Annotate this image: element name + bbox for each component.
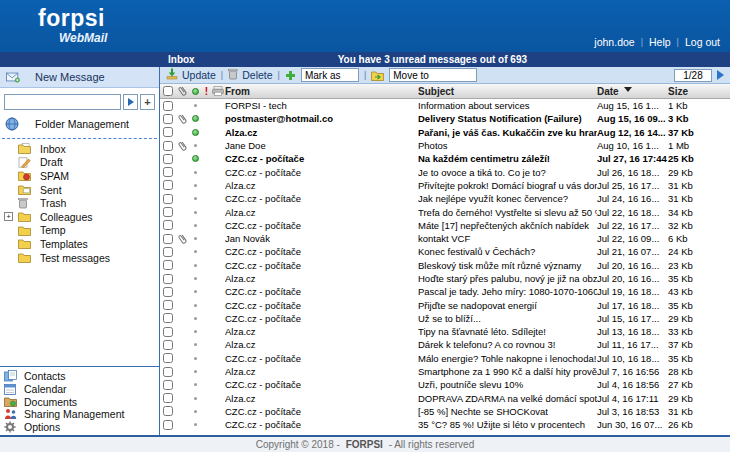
sidebar-folder-inbox[interactable]: Inbox [0,142,159,156]
sidebar-folder-colleagues[interactable]: +Colleagues [0,210,159,224]
row-checkbox[interactable] [163,101,173,111]
message-row[interactable]: CZC.cz - počítačeUzři, poutníče slevu 10… [160,378,730,391]
message-date: Aug 15, 16 09... [597,113,668,124]
date-column-header[interactable]: Date [597,86,668,97]
message-row[interactable]: CZC.cz - počítačeMálo energie? Tohle nak… [160,352,730,365]
header-link-john-doe[interactable]: john.doe [594,36,634,48]
row-checkbox[interactable] [163,353,173,363]
subject-column-header[interactable]: Subject [418,86,597,97]
update-button[interactable]: Update [166,68,216,82]
row-checkbox[interactable] [163,167,173,177]
message-row[interactable]: Alza.czPařani, je váš čas. Kukaččin zve … [160,126,730,139]
message-row[interactable]: CZC.cz - počítačePřijďte se nadopovat en… [160,298,730,311]
message-row[interactable]: Jan Novákkontakt VCFJul 22, 16 09...6 Kb [160,232,730,245]
sidebar-folder-temp[interactable]: Temp [0,224,159,238]
sidebar-item-documents[interactable]: Documents [0,395,159,408]
message-row[interactable]: Alza.czDOPRAVA ZDARMA na velké domácí sp… [160,392,730,405]
row-checkbox[interactable] [163,367,173,377]
message-row[interactable]: Alza.czHoďte starý přes palubu, nový je … [160,272,730,285]
status-column-icon[interactable] [189,88,202,95]
message-row[interactable]: CZC.cz - počítače35 °C? 85 %! Užijte si … [160,418,730,431]
row-checkbox[interactable] [163,234,173,244]
sidebar-folder-test-messages[interactable]: Test messages [0,251,159,265]
row-checkbox[interactable] [163,180,173,190]
sidebar-item-contacts[interactable]: Contacts [0,370,159,383]
sidebar-item-options[interactable]: Options [0,420,159,433]
select-all-checkbox[interactable] [163,86,173,96]
message-row[interactable]: Alza.czTipy na šťavnaté léto. Sdílejte!J… [160,325,730,338]
message-row[interactable]: CZC.cz - počítačeNa každém centimetru zá… [160,152,730,165]
message-subject: Je to ovoce a tiká to. Co je to? [418,167,597,178]
folder-search-input[interactable] [4,94,121,110]
sidebar-folder-templates[interactable]: Templates [0,237,159,251]
row-checkbox[interactable] [163,327,173,337]
message-row[interactable]: Jane DoePhotosAug 10, 16 1...1 Mb [160,139,730,152]
sidebar-item-calendar[interactable]: Calendar [0,383,159,396]
row-checkbox[interactable] [163,127,173,137]
message-row[interactable]: FORPSI - techInformation about servicesA… [160,99,730,112]
header-link-help[interactable]: Help [649,36,671,48]
folder-folder-icon [18,238,32,249]
globe-icon [5,117,19,131]
message-row[interactable]: Alza.czTrefa do černého! Vystřelte si sl… [160,205,730,218]
move-to-select[interactable]: Move to [389,68,477,82]
mark-as-select[interactable]: Mark as [301,68,359,82]
sidebar-item-sharing-management[interactable]: Sharing Management [0,408,159,421]
row-checkbox[interactable] [163,274,173,284]
sidebar-folder-trash[interactable]: Trash [0,196,159,210]
next-page-icon[interactable] [717,70,724,80]
row-checkbox[interactable] [163,194,173,204]
row-checkbox[interactable] [163,287,173,297]
folder-management-link[interactable]: Folder Management [0,114,159,134]
priority-column-icon[interactable]: ! [202,86,211,97]
row-checkbox[interactable] [163,420,173,430]
attachment-icon [176,233,189,245]
message-row[interactable]: Alza.czPřivítejte pokrok! Domácí biograf… [160,179,730,192]
new-message-button[interactable]: New Message [0,67,159,88]
row-checkbox[interactable] [163,207,173,217]
page-input[interactable] [674,69,712,82]
from-column-header[interactable]: From [225,86,418,97]
message-row[interactable]: CZC.cz - počítačeBleskový tisk může mít … [160,259,730,272]
sidebar-folder-spam[interactable]: SPAM [0,169,159,183]
message-row[interactable]: CZC.cz - počítače[-85 %] Nechte se SHOCK… [160,405,730,418]
message-row[interactable]: postmaster@hotmail.coDelivery Status Not… [160,112,730,125]
delete-button[interactable]: Delete [228,68,272,82]
message-row[interactable]: Alza.czSmartphone za 1 990 Kč a další hi… [160,365,730,378]
add-folder-button[interactable]: + [140,94,155,110]
folder-search-go-button[interactable] [123,94,138,110]
row-checkbox[interactable] [163,260,173,270]
row-checkbox[interactable] [163,247,173,257]
row-checkbox[interactable] [163,380,173,390]
message-row[interactable]: CZC.cz - počítačeJak nejlépe využít kone… [160,192,730,205]
folder-label: Colleagues [40,211,93,223]
sharing-icon [4,408,18,420]
message-row[interactable]: CZC.cz - počítačeMáte [17] nepřečtených … [160,219,730,232]
printer-column-icon[interactable] [211,86,225,96]
expand-icon[interactable]: + [4,212,13,221]
message-date: Jul 21, 16 07... [597,246,668,257]
message-size: 3 Kb [668,113,730,124]
row-checkbox[interactable] [163,340,173,350]
row-checkbox[interactable] [163,114,173,124]
message-row[interactable]: CZC.cz - počítačePascal je tady. Jeho mí… [160,285,730,298]
message-from: CZC.cz - počítače [225,246,418,257]
message-row[interactable]: CZC.cz - počítačeUž se to blíží...Jul 15… [160,312,730,325]
message-row[interactable]: Alza.czDárek k telefonu? A co rovnou 3!J… [160,338,730,351]
header-link-log-out[interactable]: Log out [685,36,720,48]
row-checkbox[interactable] [163,300,173,310]
size-column-header[interactable]: Size [668,86,730,97]
sidebar-folder-sent[interactable]: Sent [0,183,159,197]
row-checkbox[interactable] [163,406,173,416]
read-status-icon [194,383,197,386]
sidebar-folder-draft[interactable]: Draft [0,156,159,170]
row-checkbox[interactable] [163,313,173,323]
message-row[interactable]: CZC.cz - počítačeJe to ovoce a tiká to. … [160,165,730,178]
row-checkbox[interactable] [163,393,173,403]
folder-label: Temp [40,224,66,236]
row-checkbox[interactable] [163,141,173,151]
attachment-column-icon[interactable] [176,85,189,97]
message-row[interactable]: CZC.cz - počítačeKonec festivalů v Čechá… [160,245,730,258]
row-checkbox[interactable] [163,154,173,164]
row-checkbox[interactable] [163,220,173,230]
